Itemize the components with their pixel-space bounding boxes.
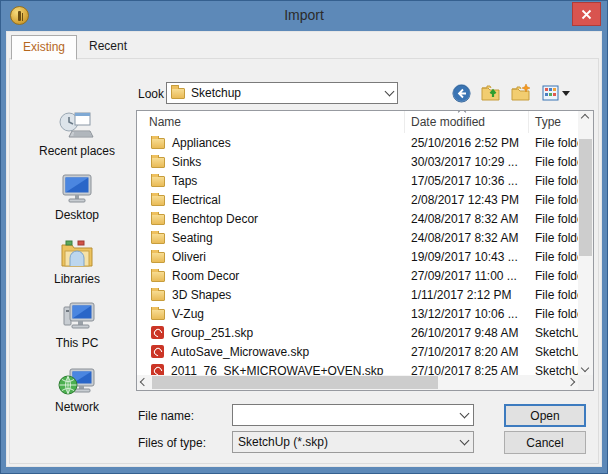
file-name-text: Taps <box>172 174 197 188</box>
file-row[interactable]: Seating 24/08/2017 8:32 AM File folder <box>137 228 593 247</box>
folder-icon <box>151 233 165 244</box>
close-icon <box>581 9 592 20</box>
new-folder-icon <box>511 84 531 102</box>
folder-icon <box>151 271 165 282</box>
chevron-down-icon <box>385 86 395 96</box>
recent-places-icon <box>58 109 96 141</box>
folder-icon <box>151 252 165 263</box>
sidebar-item-libraries[interactable]: Libraries <box>24 235 130 288</box>
file-date-text: 1/11/2017 2:12 PM <box>405 288 529 302</box>
horizontal-scrollbar-thumb[interactable] <box>152 376 438 389</box>
file-row[interactable]: Sinks 30/03/2017 10:29 ... File folder <box>137 152 593 171</box>
vertical-scrollbar-thumb[interactable] <box>579 139 592 256</box>
file-name-text: Benchtop Decor <box>172 212 258 226</box>
file-name-text: Appliances <box>172 136 231 150</box>
file-list-header: Name Date modified Type <box>137 111 593 133</box>
close-button[interactable] <box>572 2 601 26</box>
file-name-label: File name: <box>138 409 194 423</box>
file-name-input[interactable] <box>238 406 461 424</box>
file-name-text: AutoSave_Microwave.skp <box>171 345 309 359</box>
folder-icon <box>171 88 185 99</box>
new-folder-button[interactable] <box>510 82 532 104</box>
folder-icon <box>151 309 165 320</box>
chevron-down-icon <box>460 435 470 445</box>
file-name-text: Group_251.skp <box>171 326 253 340</box>
file-row[interactable]: Group_251.skp 26/10/2017 9:48 AM SketchU… <box>137 323 593 342</box>
column-header-date-modified[interactable]: Date modified <box>405 111 529 133</box>
sidebar-item-label: Libraries <box>54 272 100 286</box>
file-row[interactable]: Room Decor 27/09/2017 11:00 ... File fol… <box>137 266 593 285</box>
folder-icon <box>151 195 165 206</box>
sidebar-item-label: This PC <box>56 336 99 350</box>
look-in-value: Sketchup <box>191 86 386 100</box>
file-date-text: 24/08/2017 8:32 AM <box>405 231 529 245</box>
file-date-text: 27/10/2017 8:20 AM <box>405 345 529 359</box>
vertical-scrollbar[interactable] <box>578 111 593 375</box>
desktop-icon <box>59 173 95 205</box>
file-row[interactable]: 3D Shapes 1/11/2017 2:12 PM File folder <box>137 285 593 304</box>
file-row[interactable]: Oliveri 19/09/2017 10:43 ... File folder <box>137 247 593 266</box>
file-name-combobox[interactable] <box>232 404 474 426</box>
libraries-icon <box>58 237 96 269</box>
window-title: Import <box>1 7 607 23</box>
file-date-text: 19/09/2017 10:43 ... <box>405 250 529 264</box>
view-menu-icon <box>542 85 559 101</box>
file-list-rows: Appliances 25/10/2016 2:52 PM File folde… <box>137 133 593 390</box>
this-pc-icon <box>58 301 96 333</box>
horizontal-scrollbar[interactable] <box>137 375 578 390</box>
chevron-down-icon <box>460 408 470 418</box>
import-dialog-window: Import Existing Recent Look in: Sketchup <box>0 0 608 474</box>
file-date-text: 2/08/2017 12:43 PM <box>405 193 529 207</box>
sidebar-item-recent-places[interactable]: Recent places <box>24 107 130 160</box>
file-name-text: 3D Shapes <box>172 288 231 302</box>
file-list: Name Date modified Type Appliances 25/10… <box>136 110 594 391</box>
scrollbar-corner <box>578 375 593 390</box>
sidebar-item-label: Network <box>55 400 99 414</box>
scroll-left-icon[interactable] <box>140 378 148 386</box>
folder-icon <box>151 214 165 225</box>
dialog-body: Existing Recent Look in: Sketchup <box>6 31 602 467</box>
file-row[interactable]: Electrical 2/08/2017 12:43 PM File folde… <box>137 190 593 209</box>
titlebar[interactable]: Import <box>1 1 607 31</box>
go-back-button[interactable] <box>450 82 472 104</box>
look-in-combobox[interactable]: Sketchup <box>166 82 398 104</box>
sidebar-item-label: Desktop <box>55 208 99 222</box>
file-date-text: 26/10/2017 9:48 AM <box>405 326 529 340</box>
file-name-text: Room Decor <box>172 269 239 283</box>
sidebar-item-desktop[interactable]: Desktop <box>24 171 130 224</box>
tab-recent[interactable]: Recent <box>77 34 139 59</box>
scroll-down-icon[interactable] <box>581 364 589 372</box>
file-date-text: 25/10/2016 2:52 PM <box>405 136 529 150</box>
sidebar-item-label: Recent places <box>39 144 115 158</box>
dialog-toolbar <box>450 82 572 104</box>
file-name-text: Seating <box>172 231 213 245</box>
files-of-type-value: SketchUp (*.skp) <box>238 435 461 449</box>
network-icon <box>58 365 96 397</box>
tabstrip: Existing Recent <box>11 35 139 59</box>
file-row[interactable]: V-Zug 13/12/2017 10:06 ... File folder <box>137 304 593 323</box>
file-row[interactable]: Appliances 25/10/2016 2:52 PM File folde… <box>137 133 593 152</box>
column-header-name[interactable]: Name <box>137 111 405 133</box>
cancel-button[interactable]: Cancel <box>504 431 586 454</box>
view-menu-dropdown-arrow-icon <box>562 91 570 96</box>
file-date-text: 27/09/2017 11:00 ... <box>405 269 529 283</box>
places-sidebar: Recent places Desktop <box>24 107 130 427</box>
file-row[interactable]: Benchtop Decor 24/08/2017 8:32 AM File f… <box>137 209 593 228</box>
sidebar-item-this-pc[interactable]: This PC <box>24 299 130 352</box>
folder-icon <box>151 157 165 168</box>
files-of-type-label: Files of type: <box>138 436 206 450</box>
file-date-text: 24/08/2017 8:32 AM <box>405 212 529 226</box>
scroll-up-icon[interactable] <box>581 114 589 122</box>
file-row[interactable]: AutoSave_Microwave.skp 27/10/2017 8:20 A… <box>137 342 593 361</box>
file-name-text: Oliveri <box>172 250 206 264</box>
file-row[interactable]: Taps 17/05/2017 10:36 ... File folder <box>137 171 593 190</box>
view-menu-button[interactable] <box>540 82 572 104</box>
file-date-text: 30/03/2017 10:29 ... <box>405 155 529 169</box>
sidebar-item-network[interactable]: Network <box>24 363 130 416</box>
up-one-level-button[interactable] <box>480 82 502 104</box>
tab-existing[interactable]: Existing <box>11 35 77 60</box>
scroll-right-icon[interactable] <box>567 378 575 386</box>
file-name-text: V-Zug <box>172 307 204 321</box>
files-of-type-combobox[interactable]: SketchUp (*.skp) <box>232 431 474 453</box>
open-button[interactable]: Open <box>504 404 586 427</box>
